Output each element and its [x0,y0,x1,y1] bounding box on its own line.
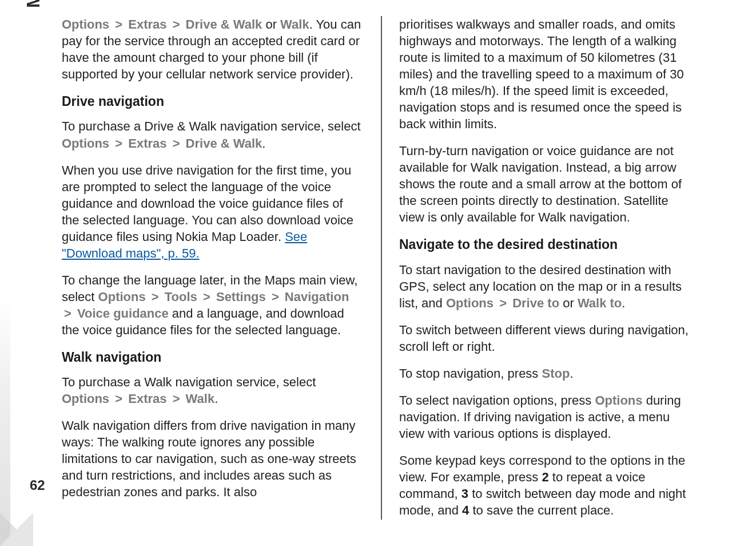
menu-separator: > [62,306,74,321]
body-text: To purchase a Drive & Walk navigation se… [62,119,361,133]
menu-path-item: Drive & Walk [186,17,262,31]
manual-page: Maps 62 Options > Extras > Drive & Walk … [0,0,756,546]
body-text: or [559,296,578,310]
page-number: 62 [30,477,45,493]
section-tab: Maps [23,0,44,8]
menu-separator: > [269,290,281,304]
body-text: To select navigation options, press [399,393,595,407]
paragraph: To switch between different views during… [399,322,691,355]
paragraph: To select navigation options, press Opti… [399,392,691,442]
menu-separator: > [170,136,182,151]
menu-separator: > [149,290,161,304]
heading-drive-navigation: Drive navigation [62,93,364,110]
menu-path-item: Voice guidance [77,306,169,321]
menu-path-item: Navigation [285,290,349,304]
heading-navigate-destination: Navigate to the desired destination [399,236,691,253]
menu-path-item: Extras [128,391,166,406]
paragraph: Walk navigation differs from drive navig… [62,417,364,500]
body-text: When you use drive navigation for the fi… [62,163,353,244]
keypad-key: 3 [461,486,468,501]
paragraph: To change the language later, in the Map… [62,272,364,338]
paragraph: To start navigation to the desired desti… [399,262,691,311]
menu-path-item: Walk [280,17,309,31]
body-text: To purchase a Walk navigation service, s… [62,375,316,389]
menu-separator: > [113,391,125,406]
body-text: . [570,366,573,381]
menu-path-item: Walk to [578,296,622,310]
menu-path-item: Walk [186,391,215,406]
page-shadow [0,0,10,546]
content-area: Options > Extras > Drive & Walk or Walk.… [62,16,737,520]
menu-path-item: Options [446,296,494,310]
menu-separator: > [113,136,125,151]
paragraph: prioritises walkways and smaller roads, … [399,16,691,132]
menu-path-item: Extras [128,17,166,31]
menu-path-item: Options [595,393,642,407]
heading-walk-navigation: Walk navigation [62,349,364,366]
menu-separator: > [170,17,182,31]
paragraph: To purchase a Drive & Walk navigation se… [62,118,364,151]
body-text: to save the current place. [469,503,614,517]
page-fold [0,513,33,546]
body-text: or [262,17,280,31]
column-right: prioritises walkways and smaller roads, … [382,16,702,520]
menu-path-item: Options [62,136,109,151]
menu-path-item: Drive & Walk [186,136,262,151]
paragraph: To stop navigation, press Stop. [399,365,691,382]
paragraph: When you use drive navigation for the fi… [62,162,364,262]
column-left: Options > Extras > Drive & Walk or Walk.… [62,16,382,520]
menu-separator: > [170,391,182,406]
paragraph: To purchase a Walk navigation service, s… [62,374,364,407]
menu-path-item: Drive to [512,296,559,310]
menu-path-item: Extras [128,136,166,151]
paragraph: Some keypad keys correspond to the optio… [399,452,691,519]
body-text: . [262,136,265,151]
menu-path-item: Stop [542,366,570,381]
menu-path-item: Options [98,290,146,304]
paragraph: Turn-by-turn navigation or voice guidanc… [399,143,691,225]
keypad-key: 4 [462,503,469,517]
body-text: . [214,391,218,406]
menu-path-item: Options [62,391,109,406]
menu-separator: > [113,17,125,31]
keypad-key: 2 [542,470,548,484]
body-text: To stop navigation, press [399,366,542,381]
menu-path-item: Options [62,17,109,31]
menu-path-item: Tools [165,290,197,304]
menu-separator: > [497,296,509,310]
menu-path-item: Settings [216,290,266,304]
menu-separator: > [201,290,213,304]
body-text: . [622,296,625,310]
paragraph: Options > Extras > Drive & Walk or Walk.… [62,16,364,82]
